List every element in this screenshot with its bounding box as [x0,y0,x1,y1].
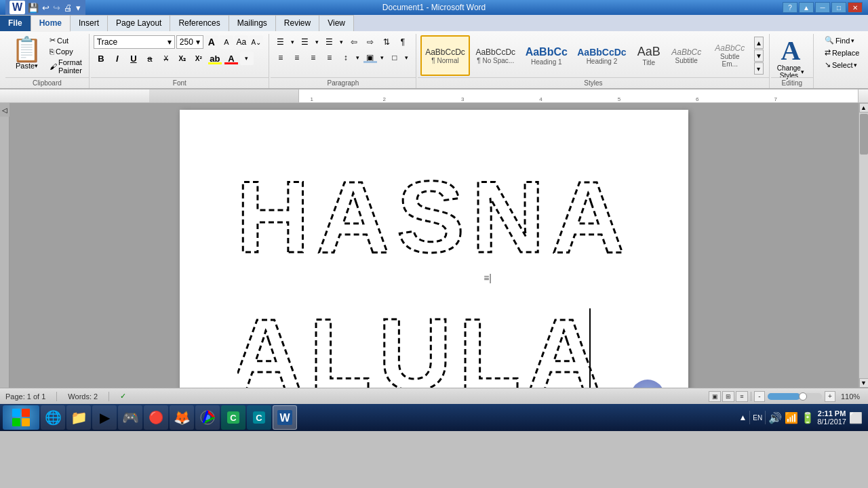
close-btn[interactable]: ✕ [848,2,863,13]
tab-home[interactable]: Home [31,15,71,32]
tab-review[interactable]: Review [276,15,319,31]
style-heading2[interactable]: AaBbCcDc Heading 2 [573,35,631,76]
style-scroll-up[interactable]: ▲ [754,37,764,49]
tab-references[interactable]: References [170,15,229,31]
tab-insert[interactable]: Insert [71,15,108,31]
paste-dropdown[interactable]: ▾ [35,62,38,69]
print-quick-btn[interactable]: 🖨 [63,2,73,14]
taskbar-app-green[interactable]: C [221,405,245,430]
undo-quick-btn[interactable]: ↩ [41,2,50,14]
document-scroll-area[interactable]: HASNA ALULA m muslimin ontak ≡| [9,103,859,388]
cut-button[interactable]: ✂ Cut [48,35,83,45]
style-title[interactable]: AaB Title [632,35,666,76]
numbering-button[interactable]: ☰ [298,35,313,49]
select-button[interactable]: ↘ Select ▾ [822,60,861,70]
underline-button[interactable]: U [126,51,141,66]
font-size-selector[interactable]: 250 ▾ [176,35,203,49]
line-spacing-dropdown[interactable]: ▾ [355,51,361,64]
customize-quick-btn[interactable]: ▾ [75,2,81,14]
zoom-out-btn[interactable]: - [754,391,765,402]
restore-btn[interactable]: □ [831,2,846,13]
sort-button[interactable]: ⇅ [379,35,394,49]
borders-dropdown[interactable]: ▾ [403,51,410,64]
font-color-button[interactable]: A [224,51,239,66]
numbering-dropdown[interactable]: ▾ [314,35,321,49]
show-desktop-btn[interactable]: ⬜ [849,411,863,424]
find-button[interactable]: 🔍 Find ▾ [822,35,857,45]
battery-icon[interactable]: 🔋 [801,411,814,424]
double-strike-button[interactable]: X [159,51,174,66]
format-painter-button[interactable]: 🖌 Format Painter [48,58,83,75]
clock[interactable]: 2:11 PM 8/1/2017 [817,409,846,426]
replace-button[interactable]: ⇄ Replace [822,47,862,58]
tab-mailings[interactable]: Mailings [229,15,276,31]
vertical-scrollbar[interactable]: ▲ ▼ [859,103,868,388]
align-left-button[interactable]: ≡ [273,51,288,64]
view-fullscreen-btn[interactable]: ⊞ [722,391,734,402]
borders-button[interactable]: □ [387,51,402,64]
bullets-dropdown[interactable]: ▾ [290,35,296,49]
bullets-button[interactable]: ☰ [273,35,288,49]
style-normal[interactable]: AaBbCcDc ¶ Normal [420,35,470,76]
taskbar-chrome[interactable] [195,405,220,430]
shading-button[interactable]: ▣ [363,51,378,64]
select-dropdown[interactable]: ▾ [854,62,857,68]
network-icon[interactable]: 📶 [785,411,798,424]
document-page[interactable]: HASNA ALULA m muslimin ontak ≡| [180,110,688,388]
subscript-button[interactable]: X₂ [175,51,190,66]
zoom-in-btn[interactable]: + [825,391,835,402]
taskbar-games[interactable]: 🎮 [118,405,142,430]
paste-button[interactable]: 📋 Paste ▾ [8,35,45,72]
shrink-font-button[interactable]: A [220,35,233,49]
copy-button[interactable]: ⎘ Copy [48,47,83,56]
grow-font-button[interactable]: A [205,35,218,49]
tab-file[interactable]: File [0,15,31,31]
start-button[interactable] [3,405,39,430]
clear-formatting-button[interactable]: Aa [235,35,248,49]
style-heading1[interactable]: AaBbCc Heading 1 [521,35,572,76]
taskbar-ie[interactable]: 🌐 [41,405,65,430]
zoom-bar[interactable] [768,393,822,400]
find-dropdown[interactable]: ▾ [851,37,854,44]
taskbar-chrome-alt[interactable]: 🔴 [144,405,168,430]
show-formatting-button[interactable]: ¶ [395,35,410,49]
help-btn[interactable]: ? [783,2,797,13]
superscript-button[interactable]: X² [191,51,206,66]
align-right-button[interactable]: ≡ [306,51,321,64]
minimize-btn[interactable]: ─ [815,2,830,13]
multilevel-dropdown[interactable]: ▾ [338,35,345,49]
justify-button[interactable]: ≡ [322,51,337,64]
style-subtitle[interactable]: AaBbCc Subtitle [667,35,706,76]
view-print-btn[interactable]: ▣ [709,391,721,402]
strikethrough-button[interactable]: a [142,51,157,66]
align-center-button[interactable]: ≡ [290,51,304,64]
zoom-thumb[interactable] [799,392,807,401]
text-highlight-button[interactable]: ab [208,51,222,66]
decrease-indent-button[interactable]: ⇦ [347,35,361,49]
multilevel-button[interactable]: ☰ [322,35,337,49]
text-effects-button[interactable]: A⌄ [250,35,263,49]
taskbar-notifications[interactable]: ▲ [738,413,747,422]
taskbar-explorer[interactable]: 📁 [66,405,91,430]
scroll-down-btn[interactable]: ▼ [859,378,869,388]
redo-quick-btn[interactable]: ↪ [52,2,61,14]
taskbar-media[interactable]: ▶ [92,405,117,430]
scroll-up-btn[interactable]: ▲ [859,103,869,113]
font-color-dropdown[interactable]: ▾ [240,52,254,65]
tab-page-layout[interactable]: Page Layout [108,15,170,31]
taskbar-app-teal[interactable]: C [247,405,271,430]
font-name-selector[interactable]: Trace ▾ [94,35,175,49]
taskbar-firefox[interactable]: 🦊 [170,405,194,430]
bold-button[interactable]: B [94,51,108,66]
style-scroll-down[interactable]: ▼ [754,49,764,62]
save-quick-btn[interactable]: 💾 [27,2,39,14]
change-styles-button[interactable]: A Change Styles ▾ [774,35,808,81]
side-button[interactable]: ◁ [0,103,9,117]
tab-view[interactable]: View [319,15,354,31]
shading-dropdown[interactable]: ▾ [379,51,386,64]
style-no-spacing[interactable]: AaBbCcDc ¶ No Spac... [471,35,519,76]
taskbar-word[interactable]: W [273,405,297,430]
speaker-icon[interactable]: 🔊 [768,411,782,424]
increase-indent-button[interactable]: ⇨ [363,35,378,49]
scroll-thumb[interactable] [860,114,868,155]
